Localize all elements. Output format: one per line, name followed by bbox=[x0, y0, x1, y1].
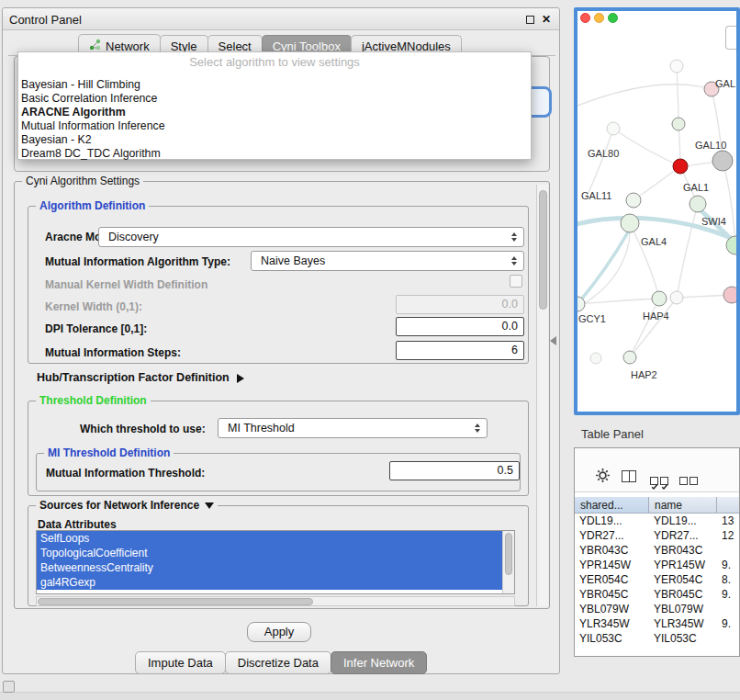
table-row[interactable]: YBR045C YBR045C 9. bbox=[575, 587, 740, 602]
which-threshold-value: MI Threshold bbox=[228, 422, 295, 435]
settings-scrollbar-thumb[interactable] bbox=[539, 190, 547, 310]
show-columns-icon[interactable] bbox=[622, 470, 636, 482]
attribute-list-hscrollbar-thumb[interactable] bbox=[38, 598, 313, 605]
window-close-traffic-light[interactable] bbox=[580, 13, 590, 23]
cell-shared-name: YDL19... bbox=[575, 514, 649, 528]
table-row[interactable]: YIL053C YIL053C bbox=[575, 631, 740, 646]
table-row[interactable]: YDL19... YDL19... 13 bbox=[575, 514, 740, 528]
cell-value: 9. bbox=[717, 616, 740, 631]
apply-button[interactable]: Apply bbox=[247, 622, 311, 642]
which-threshold-combo[interactable]: MI Threshold bbox=[218, 418, 488, 438]
cell-shared-name: YIL053C bbox=[575, 631, 649, 646]
attribute-list-hscrollbar[interactable] bbox=[36, 596, 515, 606]
table-row[interactable]: YPR145W YPR145W 9. bbox=[575, 558, 740, 572]
mi-steps-input[interactable]: 6 bbox=[396, 341, 524, 360]
attribute-list-vscrollbar[interactable] bbox=[502, 531, 514, 593]
attribute-item-selfloops[interactable]: SelfLoops bbox=[37, 531, 503, 546]
tab-infer-network[interactable]: Infer Network bbox=[331, 651, 427, 674]
dropdown-item-dream8[interactable]: Dream8 DC_TDC Algorithm bbox=[18, 147, 531, 161]
tab-discretize-data[interactable]: Discretize Data bbox=[225, 651, 331, 674]
table-row[interactable]: YDR27... YDR27... 12 bbox=[575, 528, 740, 543]
cell-name: YDR27... bbox=[649, 528, 717, 543]
node-gray-hub[interactable] bbox=[712, 151, 733, 171]
network-tool-flyout[interactable] bbox=[725, 26, 736, 50]
manual-kernel-width-checkbox[interactable] bbox=[510, 275, 522, 288]
tab-impute-data[interactable]: Impute Data bbox=[135, 651, 226, 674]
clear-all-columns-icon[interactable] bbox=[679, 472, 698, 489]
node-hap2[interactable] bbox=[623, 351, 636, 364]
sources-group-title[interactable]: Sources for Network Inference bbox=[36, 499, 218, 512]
attribute-item-betweennesscentrality[interactable]: BetweennessCentrality bbox=[37, 560, 503, 575]
dpi-tolerance-input[interactable]: 0.0 bbox=[396, 317, 524, 336]
cell-value: 9. bbox=[717, 558, 740, 572]
panel-collapse-arrow[interactable] bbox=[550, 336, 556, 345]
cell-value bbox=[717, 602, 740, 616]
cell-value bbox=[717, 543, 740, 558]
which-threshold-label: Which threshold to use: bbox=[80, 423, 206, 435]
node-gal10[interactable] bbox=[672, 118, 685, 130]
table-row[interactable]: YBL079W YBL079W bbox=[575, 602, 740, 616]
control-panel-window: Control Panel ✕ Network bbox=[2, 7, 560, 674]
window-minimize-traffic-light[interactable] bbox=[594, 13, 604, 23]
dropdown-item-mutual-information[interactable]: Mutual Information Inference bbox=[18, 119, 531, 133]
table-header-name[interactable]: name bbox=[649, 497, 717, 514]
cell-shared-name: YDR27... bbox=[575, 528, 649, 543]
select-all-columns-icon[interactable] bbox=[650, 472, 668, 489]
label-gal80: GAL80 bbox=[588, 148, 619, 159]
manual-kernel-width-label: Manual Kernel Width Definition bbox=[45, 278, 207, 291]
cell-value: 8. bbox=[717, 572, 740, 587]
tab-discretize-data-label: Discretize Data bbox=[238, 656, 319, 670]
node-hap4[interactable] bbox=[652, 291, 667, 306]
tab-infer-network-label: Infer Network bbox=[343, 656, 414, 670]
node-pink-right[interactable] bbox=[723, 287, 736, 303]
node-red[interactable] bbox=[673, 159, 688, 174]
node-gal80[interactable] bbox=[607, 122, 620, 135]
data-attributes-label: Data Attributes bbox=[38, 518, 117, 531]
kernel-width-input[interactable]: 0.0 bbox=[396, 295, 524, 314]
dropdown-item-aracne[interactable]: ARACNE Algorithm bbox=[18, 106, 531, 119]
kernel-width-label: Kernel Width (0,1): bbox=[45, 300, 142, 313]
node-mid-white[interactable] bbox=[670, 291, 683, 304]
cell-value: 13 bbox=[717, 514, 740, 528]
window-zoom-traffic-light[interactable] bbox=[608, 13, 618, 23]
attribute-item-gal4rgexp[interactable]: gal4RGexp bbox=[37, 575, 503, 590]
unchecked-box-icon bbox=[679, 477, 688, 485]
label-gal: GAL bbox=[715, 78, 735, 89]
table-header-shared-name[interactable]: shared... bbox=[575, 497, 649, 514]
attribute-item-topologicalcoefficient[interactable]: TopologicalCoefficient bbox=[37, 546, 503, 560]
cell-name: YER054C bbox=[649, 572, 717, 587]
table-row[interactable]: YBR043C YBR043C bbox=[575, 543, 740, 558]
label-hap2: HAP2 bbox=[631, 369, 657, 380]
cell-shared-name: YBR045C bbox=[575, 587, 649, 602]
mi-threshold-input[interactable]: 0.5 bbox=[389, 461, 520, 480]
attribute-list-vscrollbar-thumb[interactable] bbox=[505, 533, 512, 575]
node-faint-bottom[interactable] bbox=[590, 353, 601, 364]
table-row[interactable]: YLR345W YLR345W 9. bbox=[575, 616, 740, 631]
node-faint-top[interactable] bbox=[670, 60, 683, 73]
threshold-definition-title: Threshold Definition bbox=[36, 394, 151, 407]
dropdown-item-bayesian-hill-climbing[interactable]: Bayesian - Hill Climbing bbox=[18, 78, 531, 92]
expand-right-icon bbox=[237, 374, 244, 383]
cell-name: YBR043C bbox=[649, 543, 717, 558]
node-gal1[interactable] bbox=[690, 196, 706, 212]
table-settings-gear-icon[interactable] bbox=[595, 468, 611, 487]
table-header-col2[interactable] bbox=[717, 497, 740, 514]
node-gal11[interactable] bbox=[626, 193, 641, 208]
docked-panel-button[interactable] bbox=[3, 681, 15, 693]
node-gal4[interactable] bbox=[621, 214, 639, 232]
float-window-icon[interactable] bbox=[526, 16, 534, 24]
mi-threshold-definition-group: MI Threshold Definition Mutual Informati… bbox=[36, 453, 521, 491]
cyni-algorithm-settings-title: Cyni Algorithm Settings bbox=[22, 175, 143, 187]
cell-shared-name: YBL079W bbox=[575, 602, 649, 616]
checked-box-icon bbox=[650, 477, 658, 485]
close-window-icon[interactable]: ✕ bbox=[542, 13, 551, 26]
table-row[interactable]: YER054C YER054C 8. bbox=[575, 572, 740, 587]
label-gal11: GAL11 bbox=[581, 190, 611, 201]
settings-scrollbar[interactable] bbox=[536, 185, 548, 606]
mi-algorithm-type-combo[interactable]: Naive Bayes bbox=[251, 251, 524, 271]
expand-down-icon bbox=[205, 502, 214, 509]
aracne-mode-combo[interactable]: Discovery bbox=[98, 227, 524, 247]
dropdown-item-bayesian-k2[interactable]: Bayesian - K2 bbox=[18, 133, 531, 147]
dropdown-item-basic-correlation[interactable]: Basic Correlation Inference bbox=[18, 92, 531, 106]
hub-transcription-expander[interactable]: Hub/Transcription Factor Definition bbox=[37, 371, 244, 384]
